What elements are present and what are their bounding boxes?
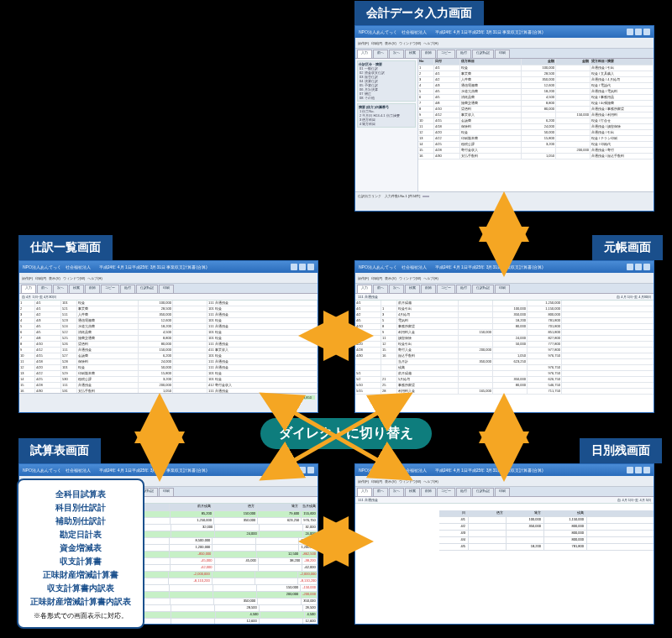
- table-row[interactable]: 104/15527会議費6,200101 現金: [19, 353, 318, 359]
- menu-item[interactable]: ウィンドウ(W): [399, 479, 421, 484]
- tab[interactable]: 仕訳転記: [472, 285, 494, 293]
- menu-item[interactable]: 表示(V): [385, 41, 396, 45]
- tab[interactable]: 検索: [405, 488, 420, 496]
- menubar[interactable]: 操作(F)印刷(P)表示(V)ウィンドウ(W)ヘルプ(H): [355, 38, 654, 49]
- tab[interactable]: 検索: [405, 50, 420, 58]
- footer-input[interactable]: [423, 196, 429, 197]
- table-row[interactable]: 4/2815寄付入金200,000977,800: [355, 348, 654, 353]
- table-row[interactable]: 134/22印刷製本費15,800現金 / チラシ印刷: [418, 136, 654, 142]
- table-row[interactable]: 94/12事業収入150,000普通預金 / 利用料: [418, 112, 654, 118]
- tab[interactable]: 印刷: [495, 50, 510, 58]
- table-row[interactable]: 5/1528利用料入金165,000711,750: [355, 389, 654, 395]
- table-row[interactable]: 4/129利用料入金150,000851,800: [355, 330, 654, 336]
- tab[interactable]: 貼付: [456, 488, 471, 496]
- tab[interactable]: 次へ: [389, 50, 404, 58]
- table-row[interactable]: 4/2350,000800,000: [439, 524, 654, 531]
- tab[interactable]: 入力: [357, 50, 372, 58]
- menu-item[interactable]: ヘルプ(H): [423, 479, 438, 484]
- tab[interactable]: 次へ: [389, 285, 404, 293]
- menu-item[interactable]: 操作(F): [358, 41, 369, 45]
- menu-item[interactable]: 表示(V): [385, 479, 396, 484]
- tab[interactable]: コピー: [101, 285, 119, 293]
- table-row[interactable]: 104/15会議費6,200現金 / 打合せ: [418, 118, 654, 124]
- table-row[interactable]: 4/55電気料18,200781,800: [355, 318, 654, 324]
- menu-item[interactable]: 表示(V): [49, 276, 60, 280]
- table-row[interactable]: 14/1現金100,000普通預金 / 引出: [418, 65, 654, 71]
- table-row[interactable]: 44/3通信運搬費12,600現金 / 電話代: [418, 83, 654, 89]
- table-row[interactable]: 124/20101現金50,000111 普通預金: [19, 365, 318, 371]
- table-row[interactable]: 34/2511人件費350,000111 普通預金: [19, 312, 318, 318]
- table-row[interactable]: 154/28寄付金収入200,000普通預金 / 寄付: [418, 148, 654, 154]
- tab[interactable]: 削除: [421, 50, 436, 58]
- menu-item[interactable]: 印刷(P): [35, 276, 46, 280]
- tab[interactable]: 印刷: [495, 488, 510, 496]
- menu-item[interactable]: 印刷(P): [371, 276, 382, 280]
- table-row[interactable]: 74/8旅費交通費8,800現金 / 出張旅費: [418, 101, 654, 107]
- table-row[interactable]: 4/3800,000: [439, 531, 654, 537]
- table-row[interactable]: 4/2012現金引出50,000777,800: [355, 342, 654, 348]
- table-row[interactable]: 残高976,750: [355, 365, 654, 371]
- table-row[interactable]: 84/10526賃借料80,000111 普通預金: [19, 342, 318, 348]
- table-row[interactable]: 4/4800,000: [439, 537, 654, 544]
- menu-item[interactable]: ヘルプ(H): [423, 276, 438, 280]
- toolbar-tabs[interactable]: 入力前へ次へ検索削除コピー貼付仕訳転記印刷: [355, 49, 654, 59]
- tab[interactable]: 入力: [21, 285, 36, 293]
- tab[interactable]: 削除: [421, 285, 436, 293]
- tab[interactable]: 削除: [421, 488, 436, 496]
- table-row[interactable]: 当月計350,000623,250: [355, 359, 654, 365]
- tab[interactable]: 印刷: [159, 285, 174, 293]
- menu-item[interactable]: 表示(V): [385, 276, 396, 280]
- table-row[interactable]: 64/5522消耗品費4,500101 現金: [19, 330, 318, 336]
- tab[interactable]: 仕訳転記: [472, 50, 494, 58]
- menu-item[interactable]: 操作(F): [22, 276, 33, 280]
- table-row[interactable]: 74/8525旅費交通費8,800101 現金: [19, 336, 318, 342]
- tab[interactable]: 入力: [357, 488, 372, 496]
- table-row[interactable]: 4/518,200781,800: [439, 544, 654, 551]
- table-row[interactable]: 34/2人件費350,000普通預金 / 4月給与: [418, 77, 654, 83]
- entry-grid[interactable]: No日付借方科目金額金額貸方科目 / 摘要14/1現金100,000普通預金 /…: [418, 59, 654, 212]
- window-controls[interactable]: [627, 29, 650, 35]
- tab[interactable]: 前へ: [373, 285, 388, 293]
- table-row[interactable]: 4/108事務所家賃80,000701,800: [355, 324, 654, 330]
- menu-item[interactable]: ウィンドウ(W): [399, 276, 421, 280]
- tab[interactable]: 印刷: [495, 285, 510, 293]
- table-row[interactable]: 144/25530租税公課3,200101 現金: [19, 377, 318, 383]
- table-row[interactable]: 134/22529印刷製本費15,800101 現金: [19, 371, 318, 377]
- table-row[interactable]: 24/1事業費28,500現金 / 文具購入: [418, 71, 654, 77]
- tab[interactable]: 貼付: [456, 285, 471, 293]
- table-row[interactable]: 5/1025事務所家賃80,000546,750: [355, 383, 654, 389]
- table-row[interactable]: 5/2215月給与350,000626,750: [355, 377, 654, 383]
- table-row[interactable]: 4/234月給与350,000800,000: [355, 312, 654, 318]
- ledger-grid[interactable]: 4/1前月繰越1,250,0004/11現金引出100,0001,150,000…: [355, 301, 654, 413]
- menu-item[interactable]: 印刷(P): [371, 479, 382, 484]
- table-row[interactable]: 144/25租税公課3,200現金 / 印紙代: [418, 142, 654, 148]
- menu-item[interactable]: ヘルプ(H): [87, 276, 102, 280]
- tab[interactable]: 次へ: [53, 285, 68, 293]
- tab[interactable]: 仕訳転記: [472, 488, 494, 496]
- menu-item[interactable]: ウィンドウ(W): [63, 276, 85, 280]
- table-row[interactable]: 4/1100,0001,150,000: [439, 517, 654, 524]
- table-row[interactable]: 24/1521事業費28,500101 現金: [19, 306, 318, 312]
- tab[interactable]: 検索: [405, 285, 420, 293]
- tab[interactable]: 検索: [69, 285, 84, 293]
- tab[interactable]: 前へ: [37, 285, 52, 293]
- table-row[interactable]: 4/3016振込手数料1,050976,750: [355, 353, 654, 359]
- tab[interactable]: 前へ: [373, 488, 388, 496]
- table-row[interactable]: 164/30支払手数料1,050普通預金 / 振込手数料: [418, 154, 654, 160]
- table-row[interactable]: 4/1前月繰越1,250,000: [355, 301, 654, 306]
- table-row[interactable]: 124/20現金50,000普通預金 / 引出: [418, 130, 654, 136]
- table-row[interactable]: 64/5消耗品費4,500現金 / 事務用品: [418, 95, 654, 101]
- tab[interactable]: 印刷: [159, 488, 174, 496]
- table-row[interactable]: 114/18保険料24,000普通預金 / 損害保険: [418, 124, 654, 130]
- menu-item[interactable]: ウィンドウ(W): [399, 41, 421, 45]
- menu-item[interactable]: ヘルプ(H): [423, 41, 438, 45]
- journal-grid[interactable]: 14/1101現金100,000111 普通預金24/1521事業費28,500…: [19, 301, 318, 408]
- tab[interactable]: 前へ: [373, 50, 388, 58]
- tab[interactable]: コピー: [437, 488, 455, 496]
- tab[interactable]: コピー: [437, 50, 455, 58]
- tab[interactable]: 入力: [357, 285, 372, 293]
- tab[interactable]: 次へ: [389, 488, 404, 496]
- table-row[interactable]: 84/10賃借料80,000普通預金 / 事務所家賃: [418, 107, 654, 112]
- daily-grid[interactable]: 日借方貸方残高4/1100,0001,150,0004/2350,000800,…: [439, 510, 654, 551]
- table-row[interactable]: 54/5水道光熱費18,200普通預金 / 電気料: [418, 89, 654, 95]
